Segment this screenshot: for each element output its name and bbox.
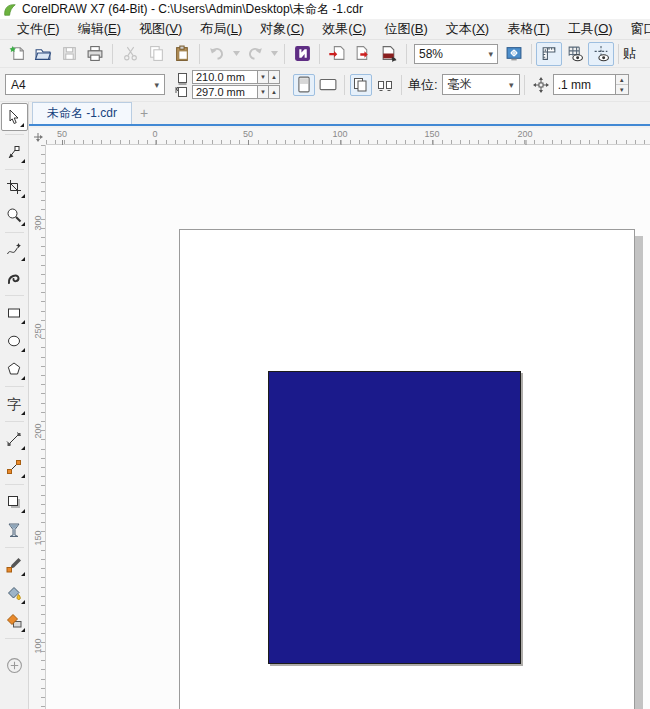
vruler-label-4: 100 [33, 638, 43, 653]
menu-item-7[interactable]: 文本(X) [437, 18, 498, 40]
vertical-ruler[interactable]: 300250200150100 [29, 145, 46, 709]
page-width-field[interactable]: 210.0 mm [192, 70, 258, 84]
transparency-tool[interactable] [1, 516, 28, 544]
toolbar-separator [531, 44, 532, 64]
nudge-spin-up[interactable]: ▲ [616, 75, 628, 85]
property-bar: A4 ▾ 210.0 mm ▼ ▲ 297.0 mm ▼ ▲ 单位: [0, 68, 650, 102]
redo-dropdown-caret[interactable] [268, 42, 280, 66]
publish-pdf-button[interactable] [376, 42, 402, 66]
redo-button[interactable] [242, 42, 268, 66]
menu-item-2[interactable]: 视图(V) [130, 18, 191, 40]
ruler-origin-button[interactable] [29, 128, 46, 145]
drop-shadow-tool[interactable] [1, 488, 28, 516]
show-rulers-toggle[interactable] [536, 42, 562, 66]
width-spin-up[interactable]: ▲ [269, 70, 280, 84]
units-combobox[interactable]: 毫米 ▾ [442, 74, 520, 95]
text-tool[interactable]: 字 [1, 390, 28, 418]
height-spin-down[interactable]: ▼ [258, 85, 269, 99]
toolbar-separator [284, 44, 285, 64]
paste-button[interactable] [169, 42, 195, 66]
ellipse-tool[interactable] [1, 327, 28, 355]
drawing-canvas[interactable] [46, 145, 650, 709]
menu-item-4[interactable]: 对象(C) [251, 18, 313, 40]
straight-line-connector-tool[interactable] [1, 453, 28, 481]
copy-button[interactable] [143, 42, 169, 66]
smart-fill-tool[interactable] [1, 607, 28, 635]
shape-tool[interactable] [1, 138, 28, 166]
chevron-down-icon: ▾ [488, 49, 493, 59]
toolbox-separator [5, 169, 24, 170]
toolbar-separator [344, 75, 345, 95]
polygon-tool[interactable] [1, 355, 28, 383]
toolbox-separator [5, 421, 24, 422]
standard-toolbar: 58% ▾ 贴 [0, 40, 650, 68]
toolbox-separator [5, 638, 24, 639]
new-document-button[interactable] [4, 42, 30, 66]
horizontal-ruler[interactable]: 50050100150200 [46, 128, 650, 145]
save-button[interactable] [56, 42, 82, 66]
new-tab-button[interactable]: + [132, 102, 156, 124]
document-page[interactable] [179, 229, 635, 709]
toolbox-separator [5, 484, 24, 485]
artistic-media-tool[interactable] [1, 264, 28, 292]
cut-button[interactable] [117, 42, 143, 66]
toolbar-separator [401, 75, 402, 95]
show-guidelines-toggle[interactable] [588, 42, 614, 66]
nudge-distance-field[interactable]: .1 mm ▲ ▼ [553, 74, 629, 95]
vruler-label-1: 250 [33, 323, 43, 338]
zoom-tool[interactable] [1, 201, 28, 229]
undo-dropdown-caret[interactable] [230, 42, 242, 66]
undo-button[interactable] [204, 42, 230, 66]
rectangle-tool[interactable] [1, 299, 28, 327]
page-size-combobox[interactable]: A4 ▾ [5, 74, 165, 95]
chevron-down-icon: ▾ [509, 80, 514, 90]
pick-tool[interactable] [1, 103, 28, 131]
zoom-level-combobox[interactable]: 58% ▾ [414, 44, 498, 64]
current-page-button[interactable] [374, 74, 396, 96]
import-button[interactable] [324, 42, 350, 66]
menu-item-1[interactable]: 编辑(E) [69, 18, 130, 40]
snap-to-dropdown[interactable]: 贴 [623, 45, 636, 63]
all-pages-button[interactable] [350, 74, 372, 96]
full-screen-preview-button[interactable] [501, 42, 527, 66]
zoom-level-value: 58% [419, 47, 443, 61]
parallel-dimension-tool[interactable] [1, 425, 28, 453]
document-tab-bar: 未命名 -1.cdr + [29, 102, 650, 126]
toolbar-separator [199, 44, 200, 64]
menu-item-0[interactable]: 文件(F) [8, 18, 69, 40]
drawn-rectangle[interactable] [268, 371, 521, 664]
toolbar-separator [524, 75, 525, 95]
text-tool-glyph: 字 [7, 397, 21, 411]
title-bar: CorelDRAW X7 (64-Bit) - C:\Users\Admin\D… [0, 0, 650, 19]
width-spin-down[interactable]: ▼ [258, 70, 269, 84]
toolbar-separator [319, 44, 320, 64]
menu-item-8[interactable]: 表格(T) [498, 18, 559, 40]
height-spin-up[interactable]: ▲ [269, 85, 280, 99]
show-grid-toggle[interactable] [562, 42, 588, 66]
menu-item-10[interactable]: 窗口(W) [622, 18, 650, 40]
portrait-orientation-button[interactable] [293, 74, 315, 96]
freehand-tool[interactable] [1, 236, 28, 264]
menu-item-3[interactable]: 布局(L) [191, 18, 251, 40]
toolbar-separator [406, 44, 407, 64]
toolbox-separator [5, 134, 24, 135]
nudge-spin-down[interactable]: ▼ [616, 85, 628, 94]
quick-customize-button[interactable] [1, 651, 28, 679]
toolbox-separator [5, 232, 24, 233]
color-eyedropper-tool[interactable] [1, 551, 28, 579]
application-launcher-button[interactable] [289, 42, 315, 66]
window-title: CorelDRAW X7 (64-Bit) - C:\Users\Admin\D… [22, 1, 363, 18]
open-button[interactable] [30, 42, 56, 66]
toolbar-separator [618, 44, 619, 64]
vruler-label-0: 300 [33, 215, 43, 230]
landscape-orientation-button[interactable] [317, 74, 339, 96]
menu-item-6[interactable]: 位图(B) [375, 18, 436, 40]
interactive-fill-tool[interactable] [1, 579, 28, 607]
print-button[interactable] [82, 42, 108, 66]
menu-item-5[interactable]: 效果(C) [313, 18, 375, 40]
document-tab-active[interactable]: 未命名 -1.cdr [32, 102, 132, 124]
export-button[interactable] [350, 42, 376, 66]
crop-tool[interactable] [1, 173, 28, 201]
menu-item-9[interactable]: 工具(O) [559, 18, 622, 40]
page-height-field[interactable]: 297.0 mm [192, 85, 258, 99]
